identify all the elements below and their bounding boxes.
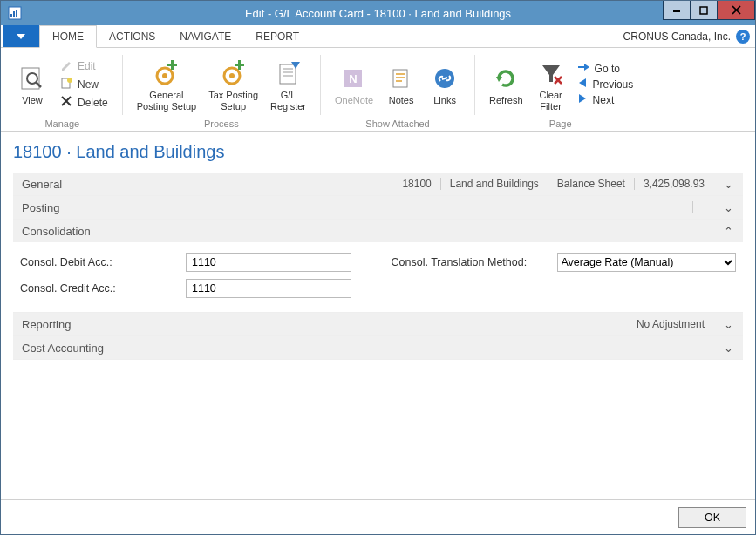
- ribbon-group-page: Refresh Clear Filter Go to Previous: [479, 50, 642, 131]
- consol-credit-input[interactable]: [186, 279, 351, 298]
- posting-summary: [671, 201, 713, 213]
- funnel-x-icon: [536, 58, 566, 88]
- consolidation-title: Consolidation: [22, 225, 713, 238]
- go-to-button[interactable]: Go to: [577, 62, 634, 75]
- svg-rect-1: [10, 14, 12, 17]
- fasttab-general: General 18100 Land and Buildings Balance…: [13, 173, 743, 196]
- fasttab-posting: Posting ⌄: [13, 196, 743, 220]
- notes-button[interactable]: Notes: [380, 60, 422, 108]
- page-title: 18100 · Land and Buildings: [13, 142, 743, 162]
- ribbon-body: View Edit New Delete: [1, 48, 755, 132]
- gear-plus-orange-icon: [219, 58, 249, 88]
- onenote-label: OneNote: [335, 95, 373, 106]
- links-label: Links: [433, 95, 456, 106]
- reporting-title: Reporting: [22, 318, 628, 331]
- tab-report[interactable]: REPORT: [243, 25, 311, 47]
- glr-label: G/L Register: [270, 90, 306, 112]
- consol-debit-input[interactable]: [186, 253, 351, 272]
- consol-method-select[interactable]: Average Rate (Manual): [557, 253, 737, 272]
- tab-navigate[interactable]: NAVIGATE: [167, 25, 243, 47]
- ribbon-group-show-attached: N OneNote Notes Links Show Atta: [324, 50, 471, 131]
- chevron-down-icon: ⌄: [722, 342, 734, 355]
- content-area: 18100 · Land and Buildings General 18100…: [1, 132, 755, 499]
- refresh-icon: [491, 64, 521, 93]
- svg-rect-4: [673, 10, 680, 12]
- reporting-summary-value: No Adjustment: [628, 318, 713, 330]
- links-button[interactable]: Links: [424, 60, 466, 108]
- help-icon[interactable]: ?: [736, 30, 750, 44]
- svg-rect-31: [393, 70, 407, 87]
- delete-button[interactable]: Delete: [57, 94, 112, 111]
- next-button[interactable]: Next: [577, 93, 634, 106]
- footer: OK: [1, 499, 755, 534]
- links-icon: [430, 64, 460, 93]
- chevron-down-icon: ⌄: [722, 178, 734, 191]
- gps-label: General Posting Setup: [137, 90, 197, 112]
- ribbon-group-process: General Posting Setup Tax Posting Setup …: [126, 50, 317, 131]
- clear-filter-button[interactable]: Clear Filter: [530, 55, 572, 113]
- maximize-button[interactable]: [690, 1, 718, 20]
- tab-home[interactable]: HOME: [39, 25, 97, 48]
- previous-button[interactable]: Previous: [577, 78, 634, 91]
- consol-credit-row: Consol. Credit Acc.:: [20, 279, 365, 298]
- tab-actions[interactable]: ACTIONS: [97, 25, 167, 47]
- onenote-button: N OneNote: [330, 60, 378, 108]
- summary-type: Balance Sheet: [548, 178, 634, 190]
- summary-no: 18100: [393, 178, 439, 190]
- new-button[interactable]: New: [57, 76, 112, 92]
- magnifier-icon: [17, 64, 47, 93]
- svg-rect-24: [280, 64, 296, 84]
- refresh-label: Refresh: [489, 95, 523, 106]
- svg-point-13: [67, 78, 72, 83]
- chevron-down-icon: ⌄: [722, 201, 734, 214]
- edit-button: Edit: [57, 58, 112, 74]
- arrow-right-icon: [577, 62, 589, 75]
- cost-accounting-title: Cost Accounting: [22, 342, 713, 355]
- svg-marker-36: [496, 77, 502, 82]
- tax-posting-setup-button[interactable]: Tax Posting Setup: [203, 55, 263, 113]
- view-label: View: [22, 95, 43, 106]
- minimize-button[interactable]: [663, 1, 691, 20]
- svg-rect-3: [16, 10, 17, 17]
- svg-marker-42: [579, 78, 586, 87]
- clear-filter-label: Clear Filter: [539, 90, 562, 112]
- gear-plus-icon: [152, 58, 181, 88]
- general-summary: 18100 Land and Buildings Balance Sheet 3…: [393, 178, 713, 190]
- fasttab-reporting-header[interactable]: Reporting No Adjustment ⌄: [13, 313, 743, 335]
- svg-text:N: N: [349, 72, 357, 85]
- svg-rect-19: [167, 64, 177, 66]
- fasttab-general-header[interactable]: General 18100 Land and Buildings Balance…: [13, 173, 743, 195]
- onenote-icon: N: [339, 64, 369, 93]
- delete-icon: [60, 95, 72, 110]
- fasttab-consolidation-header[interactable]: Consolidation ⌃: [13, 220, 743, 242]
- general-title: General: [22, 178, 393, 191]
- company-name: CRONUS Canada, Inc.: [623, 30, 731, 43]
- svg-marker-41: [584, 64, 589, 71]
- consol-credit-label: Consol. Credit Acc.:: [20, 282, 186, 295]
- svg-rect-23: [235, 64, 244, 66]
- register-icon: [274, 58, 303, 88]
- ok-button[interactable]: OK: [678, 507, 746, 528]
- app-icon: [6, 4, 24, 22]
- posting-title: Posting: [22, 201, 671, 214]
- general-posting-setup-button[interactable]: General Posting Setup: [132, 55, 202, 113]
- svg-rect-2: [13, 11, 15, 17]
- new-icon: [60, 77, 72, 91]
- tps-label: Tax Posting Setup: [208, 90, 258, 112]
- titlebar: Edit - G/L Account Card - 18100 · Land a…: [1, 1, 755, 25]
- group-label-page: Page: [549, 119, 572, 131]
- gl-register-button[interactable]: G/L Register: [265, 55, 311, 113]
- app-window: Edit - G/L Account Card - 18100 · Land a…: [0, 0, 756, 535]
- close-button[interactable]: [717, 1, 755, 20]
- summary-balance: 3,425,098.93: [634, 178, 713, 190]
- fasttab-posting-header[interactable]: Posting ⌄: [13, 196, 743, 219]
- svg-marker-43: [579, 94, 586, 103]
- view-button[interactable]: View: [11, 60, 53, 108]
- file-menu-button[interactable]: [3, 25, 39, 47]
- refresh-button[interactable]: Refresh: [484, 60, 528, 108]
- fasttab-cost-accounting-header[interactable]: Cost Accounting ⌄: [13, 336, 743, 359]
- notes-label: Notes: [389, 95, 414, 106]
- fasttab-consolidation: Consolidation ⌃ Consol. Debit Acc.: Cons…: [13, 220, 743, 313]
- consol-debit-row: Consol. Debit Acc.:: [20, 253, 365, 272]
- reporting-summary: No Adjustment: [628, 318, 713, 330]
